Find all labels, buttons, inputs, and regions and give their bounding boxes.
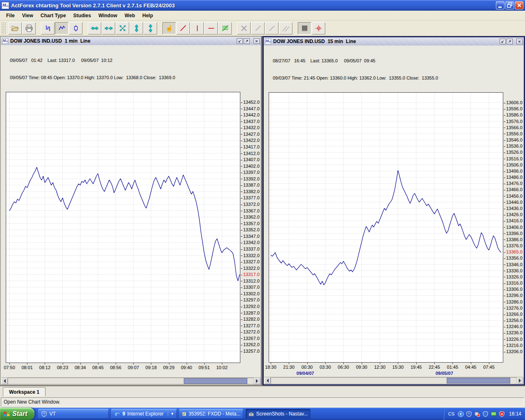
gray-line-icon (268, 24, 276, 32)
time-axis: 07:5008:0108:1208:2308:3408:4508:5609:07… (6, 363, 240, 371)
tray-chevron-icon[interactable] (458, 411, 464, 417)
minimize-button[interactable] (496, 1, 504, 9)
scroll-left-icon[interactable] (1, 378, 8, 384)
restore-button[interactable] (505, 1, 514, 9)
fibonacci-lines-icon (221, 24, 229, 32)
window-minimize-icon[interactable] (500, 39, 506, 44)
y-axis-label: 13496.0 (504, 169, 523, 173)
window-minimize-icon[interactable] (237, 38, 243, 44)
x-axis-tick (116, 363, 116, 365)
fit-to-window-button[interactable] (116, 22, 129, 34)
price-line-chart[interactable] (6, 92, 240, 363)
app-title: ActForex chtarting Tool Version 2.7.1 Cl… (11, 2, 495, 9)
window-close-icon[interactable] (516, 39, 523, 44)
menu-file[interactable]: File (2, 11, 18, 20)
task-fxdd-metatrader[interactable]: 353952: FXDD - Meta... (179, 409, 243, 419)
task-internet-explorer-group[interactable]: e 9 Internet Explorer ▼ (111, 409, 177, 419)
task-vt[interactable]: VT (38, 409, 109, 419)
tray-vt-shield-icon[interactable] (466, 411, 472, 417)
last-price-label: 13317.0 (241, 272, 260, 277)
y-axis-label: 13392.0 (241, 176, 260, 181)
task-label: Internet Explorer (127, 411, 164, 417)
start-label: Start (12, 410, 27, 418)
x-axis-tick (63, 363, 63, 365)
chart-window-titlebar[interactable]: MO DOW JONES IND.USD 1 min Line (1, 37, 261, 45)
draw-horizontal-line-button[interactable] (204, 22, 218, 34)
chart-info: 08/27/07 16:45 Last: 13365.0 09/05/07 09… (264, 46, 524, 92)
x-axis-label: 08:56 (110, 365, 121, 370)
scroll-right-icon[interactable] (517, 377, 523, 384)
zoom-in-vertical-button[interactable] (144, 22, 157, 34)
start-button[interactable]: Start (0, 408, 34, 420)
x-axis-label: 08:45 (92, 365, 104, 370)
chart-plot-area[interactable] (6, 92, 240, 363)
chart-window-titlebar[interactable]: MO DOW JONES IND.USD 15 min Line (264, 37, 524, 46)
menu-chart-type[interactable]: Chart Type (37, 11, 70, 20)
window-maximize-icon[interactable] (244, 38, 250, 44)
toggle-grid-button[interactable] (298, 22, 311, 34)
tray-alert-icon[interactable] (474, 411, 480, 417)
y-axis-label: 13536.0 (504, 144, 523, 148)
zoom-in-horizontal-button[interactable] (102, 22, 115, 34)
y-axis-label: 13576.0 (504, 119, 523, 124)
chart-window-icon: MO (2, 38, 8, 44)
scrollbar-thumb[interactable] (447, 378, 510, 383)
y-axis-label: 13262.0 (241, 342, 260, 347)
line-chart-button[interactable] (55, 22, 68, 34)
tray-alert-shield-icon[interactable] (499, 411, 505, 417)
menu-view[interactable]: View (18, 11, 37, 20)
time-axis: 18:3021:3000:3003:3006:3009:3012:3015:30… (269, 363, 503, 370)
y-axis-label: 13266.0 (504, 312, 523, 317)
tick-chart-button[interactable] (41, 22, 55, 34)
chart-plot-area[interactable] (269, 92, 503, 363)
close-button[interactable] (515, 1, 523, 9)
x-axis-tick (325, 363, 326, 364)
x-axis-label: 08:23 (57, 365, 68, 370)
zoom-out-horizontal-button[interactable] (88, 22, 101, 34)
y-axis-label: 13387.0 (241, 183, 260, 187)
task-screenshots[interactable]: ScreenShots - Nastav... (246, 409, 310, 419)
menu-help[interactable]: Help (139, 11, 157, 20)
scrollbar-thumb[interactable] (184, 378, 247, 384)
menu-web[interactable]: Web (121, 11, 139, 20)
crosshair-button[interactable] (312, 22, 325, 34)
chart-window-title: DOW JONES IND.USD 1 min Line (10, 38, 236, 44)
tray-display-icon[interactable] (491, 411, 497, 417)
pan-hand-button[interactable]: ☝ (162, 22, 176, 34)
status-bar: Open New Chart Window. (0, 396, 525, 408)
vertical-line-icon (193, 24, 201, 32)
toolbar-grip[interactable] (1, 22, 7, 34)
draw-trend-line-button[interactable] (176, 22, 190, 34)
clock[interactable]: 16:14 (509, 411, 521, 417)
menu-window[interactable]: Window (95, 11, 121, 20)
chart-info-line1: 09/05/07 01:42 Last: 13317.0 09/05/07 10… (10, 57, 261, 63)
scrollbar-track[interactable] (8, 378, 254, 384)
draw-vertical-line-button[interactable] (190, 22, 204, 34)
zoom-out-vertical-button[interactable] (130, 22, 143, 34)
candlestick-icon (72, 24, 80, 32)
y-axis-label: 13566.0 (504, 125, 523, 130)
x-axis-tick (471, 363, 471, 364)
menu-studies[interactable]: Studies (70, 11, 95, 20)
chevron-down-icon[interactable]: ▼ (168, 412, 174, 416)
y-axis-label: 13406.0 (504, 225, 523, 230)
price-line-chart[interactable] (269, 93, 503, 362)
draw-fibonacci-button[interactable] (218, 22, 232, 34)
language-indicator[interactable]: CS (448, 411, 454, 416)
candlestick-chart-button[interactable] (69, 22, 82, 34)
window-maximize-icon[interactable] (507, 39, 513, 44)
open-chart-button[interactable] (8, 22, 22, 34)
print-button[interactable] (22, 22, 36, 34)
window-close-icon[interactable] (253, 38, 260, 44)
workspace-tab[interactable]: Workspace 1 (3, 387, 46, 396)
scroll-left-icon[interactable] (264, 377, 271, 384)
x-axis-label: 19:45 (411, 365, 422, 370)
y-axis-label: 13206.0 (504, 349, 523, 354)
x-axis-label: 15:30 (393, 365, 404, 370)
tray-security-shield-icon[interactable] (482, 411, 488, 417)
scroll-right-icon[interactable] (254, 378, 260, 384)
mdi-workspace: MO DOW JONES IND.USD 1 min Line 09/05/07… (0, 36, 525, 386)
y-axis-label: 13376.0 (504, 243, 523, 248)
scrollbar-track[interactable] (271, 377, 517, 384)
price-axis: 13452.013447.013442.013437.013432.013427… (240, 92, 261, 363)
